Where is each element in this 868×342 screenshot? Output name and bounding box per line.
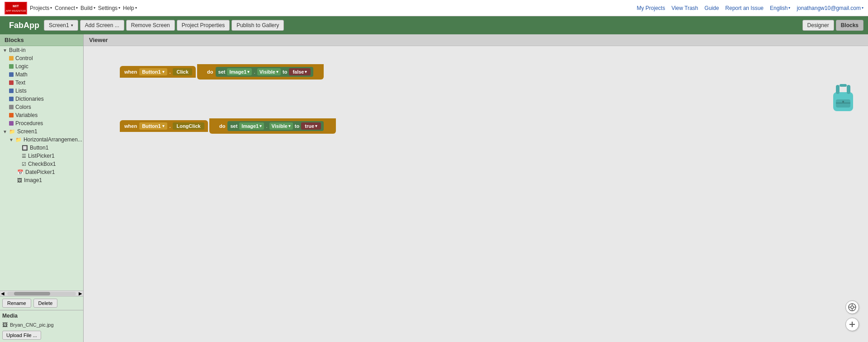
report-issue-link[interactable]: Report an Issue	[725, 5, 764, 11]
designer-button[interactable]: Designer	[802, 20, 834, 31]
screen1-section: ▼ 📁 Screen1 ▼ 📁 HorizontalArrangemen...	[0, 127, 83, 184]
builtin-children: Control Logic Math Text	[0, 54, 83, 127]
guide-link[interactable]: Guide	[704, 5, 719, 11]
svg-text:MIT: MIT	[13, 4, 19, 8]
true-value-block[interactable]: true ▾	[301, 122, 321, 130]
colors-color-dot	[9, 105, 14, 109]
horizontal-arrangement[interactable]: ▼ 📁 HorizontalArrangemen...	[7, 136, 83, 144]
rename-button[interactable]: Rename	[2, 299, 31, 308]
math-color-dot	[9, 72, 14, 77]
backpack-svg	[830, 82, 857, 114]
builtin-control[interactable]: Control	[7, 54, 83, 62]
longclick-event-block[interactable]: LongClick	[173, 122, 204, 130]
scroll-left-arrow[interactable]: ◀	[0, 291, 5, 296]
backpack-icon[interactable]	[830, 82, 857, 115]
hscroll-thumb[interactable]	[14, 292, 50, 295]
nav-menu-build[interactable]: Build ▾	[80, 5, 95, 11]
hscroll-track	[7, 292, 76, 295]
screen1-collapse-icon: ▼	[3, 129, 7, 134]
builtin-lists[interactable]: Lists	[7, 87, 83, 95]
dot-2: .	[254, 69, 255, 75]
image1-component-2[interactable]: Image1 ▾	[239, 122, 264, 130]
view-toggle: Designer Blocks	[802, 20, 863, 31]
media-section: Media 🖼 Bryan_CNC_pic.jpg Upload File ..…	[0, 310, 83, 342]
button1-block-2[interactable]: Button1 ▾	[139, 122, 167, 130]
builtin-logic[interactable]: Logic	[7, 62, 83, 70]
scroll-right-arrow[interactable]: ▶	[78, 291, 83, 296]
builtin-math[interactable]: Math	[7, 70, 83, 79]
builtin-dictionaries[interactable]: Dictionaries	[7, 95, 83, 103]
publish-gallery-button[interactable]: Publish to Gallery	[231, 20, 284, 31]
builtin-section: ▼ Built-in Control Logic	[0, 46, 83, 127]
builtin-variables[interactable]: Variables	[7, 111, 83, 119]
control-color-dot	[9, 56, 14, 61]
view-trash-link[interactable]: View Trash	[671, 5, 698, 11]
blocks-panel-header: Blocks	[0, 34, 83, 46]
builtin-text[interactable]: Text	[7, 79, 83, 87]
visible-property-1[interactable]: Visible ▾	[257, 68, 281, 75]
datepicker1-item[interactable]: 📅 DatePicker1	[7, 168, 83, 176]
mit-logo[interactable]: MIT APP INVENTOR	[5, 2, 27, 14]
false-value-block[interactable]: false ▾	[289, 68, 311, 75]
nav-menu-projects[interactable]: Projects ▾	[30, 5, 52, 11]
my-projects-link[interactable]: My Projects	[637, 5, 665, 11]
screen1-header[interactable]: ▼ 📁 Screen1	[0, 127, 83, 136]
media-header: Media	[2, 313, 81, 319]
listpicker1-item[interactable]: ☰ ListPicker1	[20, 152, 83, 160]
target-icon	[848, 303, 857, 312]
add-zoom-btn[interactable]	[845, 318, 859, 331]
viewer-controls	[845, 300, 859, 331]
dot-4: .	[266, 123, 267, 129]
user-menu[interactable]: jonathangw10@gmail.com ▾	[797, 5, 863, 11]
plus-icon	[848, 320, 857, 329]
media-file-icon: 🖼	[2, 322, 8, 328]
do-label-2: do	[219, 123, 225, 129]
horizontal-scrollbar[interactable]: ◀ ▶	[0, 290, 83, 296]
media-file-item[interactable]: 🖼 Bryan_CNC_pic.jpg	[2, 321, 81, 329]
blocks-button[interactable]: Blocks	[836, 20, 863, 31]
dicts-color-dot	[9, 97, 14, 101]
ha-children: 🔲 Button1 ☰ ListPicker1 ☑ CheckBox1	[7, 144, 83, 168]
add-screen-button[interactable]: Add Screen ...	[80, 20, 124, 31]
datepicker1-icon: 📅	[17, 169, 24, 175]
target-icon-btn[interactable]	[845, 300, 859, 314]
nav-menu-help[interactable]: Help ▾	[123, 5, 137, 11]
button1-block[interactable]: Button1 ▾	[139, 68, 167, 75]
remove-screen-button[interactable]: Remove Screen	[126, 20, 175, 31]
project-properties-button[interactable]: Project Properties	[177, 20, 230, 31]
dot-3: .	[170, 124, 171, 129]
connect-arrow: ▾	[76, 6, 78, 10]
builtin-collapse-icon: ▼	[3, 48, 7, 53]
when-label-1: when	[124, 69, 137, 75]
nav-right: My Projects View Trash Guide Report an I…	[637, 5, 863, 11]
checkbox1-icon: ☑	[22, 161, 26, 167]
svg-rect-6	[840, 84, 847, 87]
settings-arrow: ▾	[118, 6, 120, 10]
button1-item[interactable]: 🔲 Button1	[20, 144, 83, 152]
builtin-procedures[interactable]: Procedures	[7, 119, 83, 127]
screen-dropdown[interactable]: Screen1 ▾	[44, 20, 78, 31]
panel-footer: Rename Delete	[0, 296, 83, 310]
ha-collapse-icon: ▼	[9, 137, 14, 142]
image1-item[interactable]: 🖼 Image1	[7, 176, 83, 184]
help-arrow: ▾	[135, 6, 137, 10]
checkbox1-item[interactable]: ☑ CheckBox1	[20, 160, 83, 168]
language-dropdown[interactable]: English ▾	[770, 5, 790, 11]
blocks-tree[interactable]: ▼ Built-in Control Logic	[0, 46, 83, 290]
nav-menu-connect[interactable]: Connect ▾	[55, 5, 78, 11]
build-arrow: ▾	[94, 6, 95, 10]
delete-button[interactable]: Delete	[33, 299, 58, 308]
visible-property-2[interactable]: Visible ▾	[269, 122, 293, 130]
click-event-block[interactable]: Click	[173, 68, 192, 75]
builtin-colors[interactable]: Colors	[7, 103, 83, 111]
upload-file-button[interactable]: Upload File ...	[2, 331, 41, 340]
image1-component-1[interactable]: Image1 ▾	[227, 68, 252, 75]
image1-icon: 🖼	[17, 178, 22, 183]
viewer-canvas[interactable]: when Button1 ▾ . Click do set	[84, 46, 868, 340]
nav-menu-settings[interactable]: Settings ▾	[98, 5, 120, 11]
svg-point-9	[842, 101, 844, 103]
button1-block-arrow: ▾	[162, 70, 165, 74]
do-label-1: do	[207, 69, 213, 75]
builtin-header[interactable]: ▼ Built-in	[0, 46, 83, 54]
main-layout: Blocks ▼ Built-in Control	[0, 34, 868, 342]
